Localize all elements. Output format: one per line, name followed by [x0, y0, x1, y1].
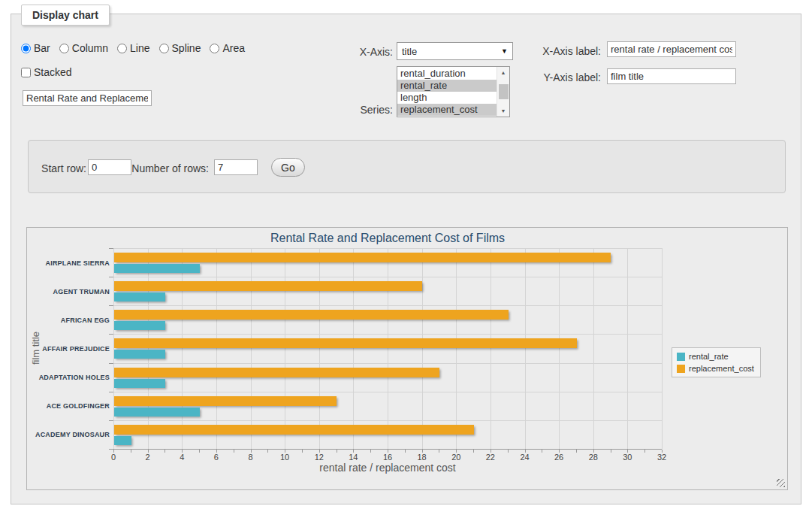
chart-type-radio-line[interactable]: [117, 44, 127, 53]
y-tick-mark: [109, 420, 113, 421]
x-tick-mark: [405, 450, 406, 453]
bar-rental_rate: [114, 379, 165, 388]
chart-type-option-bar[interactable]: Bar: [21, 42, 50, 54]
x-tick-mark: [491, 450, 491, 453]
bar-replacement_cost: [114, 425, 474, 435]
x-tick-mark: [422, 450, 423, 453]
series-option-length[interactable]: length: [397, 92, 497, 104]
x-tick-mark: [388, 450, 388, 453]
series-option-rental_duration[interactable]: rental_duration: [397, 68, 497, 80]
x-tick-label: 30: [618, 453, 636, 462]
x-tick-mark: [593, 450, 594, 453]
y-tick-mark: [109, 248, 113, 249]
gridline: [491, 248, 491, 449]
x-tick-mark: [611, 450, 611, 453]
legend-label: replacement_cost: [689, 364, 754, 373]
bar-rental_rate: [114, 436, 131, 445]
x-tick-mark: [439, 450, 439, 453]
scroll-down-icon[interactable]: ▼: [497, 105, 509, 117]
gridline: [182, 248, 183, 449]
x-tick-label: 0: [104, 453, 122, 462]
x-tick-mark: [199, 450, 200, 453]
x-tick-label: 28: [584, 453, 602, 462]
series-list-scrollbar[interactable]: ▲ ▼: [497, 67, 509, 117]
gridline: [285, 248, 285, 449]
bar-replacement_cost: [114, 396, 337, 406]
go-button[interactable]: Go: [271, 158, 305, 177]
chevron-down-icon: ▼: [501, 47, 508, 55]
category-label: AFRICAN EGG: [35, 316, 110, 325]
category-label: AGENT TRUMAN: [35, 287, 110, 296]
y-axis-label-label: Y-Axis label:: [534, 71, 601, 83]
x-axis-label-input[interactable]: [607, 41, 736, 57]
x-tick-mark: [234, 450, 234, 453]
chart-type-label: Column: [72, 42, 108, 54]
x-tick-mark: [662, 450, 663, 453]
x-tick-mark: [525, 450, 526, 453]
legend-item-rental_rate[interactable]: rental_rate: [677, 352, 754, 361]
y-tick-mark: [109, 392, 113, 392]
gridline: [251, 248, 252, 449]
series-options: rental_durationrental_ratelengthreplacem…: [397, 67, 497, 117]
x-axis-select[interactable]: title ▼: [397, 42, 513, 60]
chart-type-label: Bar: [34, 42, 50, 54]
number-of-rows-label: Number of rows:: [90, 162, 209, 174]
chart-type-option-column[interactable]: Column: [59, 42, 108, 54]
x-tick-mark: [370, 450, 371, 453]
resize-grip[interactable]: [777, 479, 785, 487]
gridline: [113, 334, 662, 335]
bar-rental_rate: [114, 264, 200, 273]
x-tick-label: 18: [413, 453, 431, 462]
chart-type-radio-column[interactable]: [59, 44, 69, 53]
chart-type-option-area[interactable]: Area: [210, 42, 245, 54]
x-tick-mark: [131, 450, 131, 453]
category-label: ACE GOLDFINGER: [35, 401, 110, 411]
gridline: [456, 248, 457, 449]
series-option-rental_rate[interactable]: rental_rate: [397, 80, 497, 92]
chart-type-radio-bar[interactable]: [21, 44, 31, 53]
chart-type-radio-area[interactable]: [210, 44, 219, 53]
series-list-label: Series:: [323, 104, 393, 116]
x-tick-mark: [576, 450, 577, 453]
chart-title-input[interactable]: [23, 90, 152, 106]
gridline: [113, 392, 662, 392]
bar-replacement_cost: [114, 281, 422, 291]
x-tick-mark: [319, 450, 320, 453]
x-tick-mark: [285, 450, 285, 453]
chart-type-option-line[interactable]: Line: [117, 42, 149, 54]
stacked-option[interactable]: Stacked: [21, 66, 72, 78]
bar-rental_rate: [114, 321, 165, 330]
scroll-up-icon[interactable]: ▲: [497, 67, 509, 78]
scrollbar-thumb[interactable]: [499, 84, 509, 99]
x-tick-label: 12: [310, 453, 328, 462]
stacked-checkbox[interactable]: [21, 68, 31, 77]
x-axis-line: [113, 449, 662, 450]
series-multiselect[interactable]: rental_durationrental_ratelengthreplacem…: [397, 66, 510, 117]
x-tick-mark: [302, 450, 303, 453]
series-option-replacement_cost[interactable]: replacement_cost: [397, 104, 497, 116]
x-tick-mark: [182, 450, 183, 453]
x-tick-mark: [251, 450, 252, 453]
category-label: ADAPTATION HOLES: [35, 373, 110, 382]
page: Display chart BarColumnLineSplineArea St…: [0, 0, 812, 512]
bar-replacement_cost: [114, 368, 439, 377]
x-tick-mark: [627, 450, 628, 453]
chart-type-radio-spline[interactable]: [159, 44, 169, 53]
gridline: [525, 248, 526, 449]
x-tick-mark: [148, 450, 149, 453]
number-of-rows-input[interactable]: [214, 159, 258, 175]
gridline: [422, 248, 423, 449]
x-tick-label: 14: [344, 453, 362, 462]
x-tick-mark: [113, 450, 114, 453]
x-tick-label: 20: [447, 453, 465, 462]
y-axis-label-input[interactable]: [607, 68, 736, 84]
chart-type-option-spline[interactable]: Spline: [159, 42, 201, 54]
y-tick-mark: [109, 305, 113, 306]
x-tick-mark: [353, 450, 354, 453]
x-tick-mark: [542, 450, 542, 453]
legend-item-replacement_cost[interactable]: replacement_cost: [677, 364, 754, 373]
gridline: [113, 248, 662, 249]
gridline: [113, 305, 662, 306]
x-tick-mark: [456, 450, 457, 453]
legend-swatch: [677, 353, 685, 361]
